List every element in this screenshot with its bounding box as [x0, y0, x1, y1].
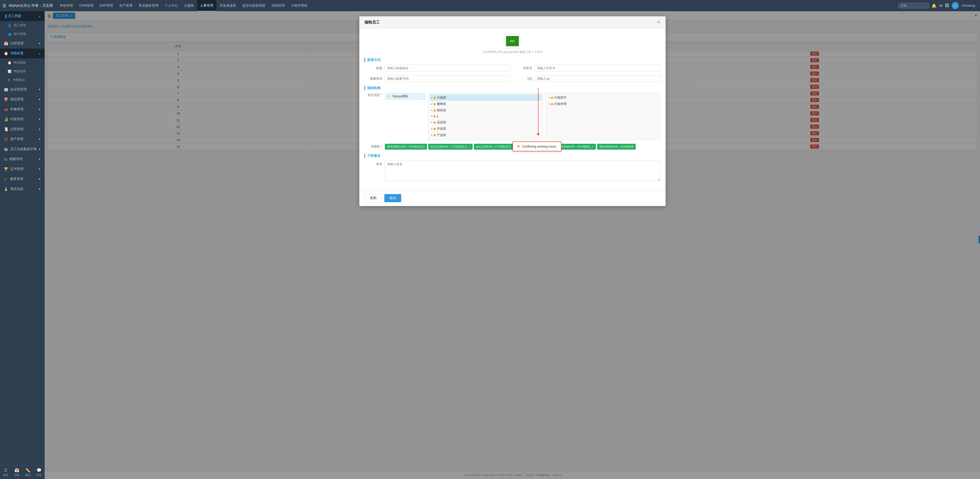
- user-file-icon: 👤: [4, 14, 8, 18]
- forum-bottom-icon: 💬: [33, 468, 45, 473]
- page-body: 在指定行上右键可以进行更多操作。 ↻ 刷新数据 序号 姓名: [45, 21, 980, 471]
- sidebar-item-archive[interactable]: 🗂 档案管理 ▼: [0, 154, 45, 164]
- nav-item-school[interactable]: 学校管理: [57, 0, 76, 11]
- nav-item-monitor[interactable]: 监控与报表系统: [239, 0, 269, 11]
- sidebar-bottom-notes[interactable]: ✏️ 笔记: [22, 466, 34, 479]
- bullet-icon-4: •: [431, 121, 432, 125]
- meeting-arrow-icon: ▼: [38, 88, 41, 91]
- sig-label: 签名: [364, 162, 382, 166]
- sidebar-label-user: 用户管理: [14, 32, 26, 36]
- nav-item-workflow[interactable]: 流程管理: [269, 0, 288, 11]
- sidebar-item-cert[interactable]: 🏆 证书管理 ▼: [0, 164, 45, 174]
- email-input[interactable]: [385, 65, 511, 72]
- sig-input[interactable]: [385, 161, 660, 181]
- sidebar-item-schedule[interactable]: 📅 日程管理 ▼: [0, 38, 45, 48]
- sidebar-item-attendance-report[interactable]: 📊 考勤报表: [0, 67, 45, 76]
- vehicle-arrow-icon: ▼: [38, 108, 41, 111]
- sig-section-title: 个性签名: [364, 153, 660, 158]
- dept-label-0: 行政部: [437, 96, 446, 100]
- org-role-zhushou[interactable]: • 行政助手: [547, 94, 659, 101]
- email-field-row: 邮箱: [364, 65, 511, 72]
- role-dot-0: [551, 97, 553, 99]
- sidebar-item-license[interactable]: 📜 证照管理 ▼: [0, 125, 45, 134]
- org-dept-chanpin[interactable]: • 产品部: [430, 132, 542, 138]
- org-dept-xingzheng[interactable]: • 行政部: [430, 94, 542, 101]
- qq-input[interactable]: [535, 75, 660, 82]
- sidebar-item-appeal[interactable]: 📋 申诉原因: [0, 59, 45, 67]
- schedule-required: *: [381, 145, 382, 148]
- schedule-tag-5[interactable]: 单休A班[09:00～18:30]单休: [597, 144, 636, 150]
- nav-item-hr[interactable]: 人事管理: [197, 0, 216, 11]
- sidebar-item-reward[interactable]: 🏅 奖惩信息 ▼: [0, 184, 45, 194]
- schedule-tag-label-1: 自定义2[09:00～17:00]自定义: [430, 145, 467, 148]
- avatar[interactable]: C: [952, 2, 959, 9]
- attendance-icon: ⏰: [4, 51, 8, 56]
- schedule-tag-1[interactable]: 自定义2[09:00～17:00]自定义 ✓: [428, 144, 473, 150]
- sidebar-item-meeting[interactable]: 🏢 会议室管理 ▼: [0, 85, 45, 94]
- org-dept-dongshi[interactable]: • 董事部: [430, 101, 542, 107]
- sig-row: 签名: [364, 161, 660, 181]
- org-dept-1[interactable]: • 1: [430, 113, 542, 119]
- main-content: 🏠 员工管理 ✕ ▼ 在指定行上右键可以进行更多操作。 ↻ 刷新数据: [45, 11, 980, 479]
- contact-section-title: 联系方式: [364, 58, 660, 62]
- sidebar-bottom-schedule[interactable]: 📅 日程: [11, 466, 22, 479]
- sidebar-label-seal: 印章管理: [10, 117, 24, 121]
- nav-item-erp[interactable]: ERP管理: [97, 0, 116, 11]
- sidebar-item-supplies[interactable]: 📦 用品管理 ▼: [0, 94, 45, 104]
- bullet-icon-6: •: [431, 134, 432, 137]
- mail-icon[interactable]: ✉: [939, 3, 942, 8]
- nav-item-aftersales[interactable]: 售后服务管理: [135, 0, 162, 11]
- meeting-icon: 🏢: [4, 87, 8, 91]
- dot-icon-5: [434, 128, 436, 130]
- phone-input[interactable]: [535, 65, 660, 72]
- sidebar-item-vehicle[interactable]: 🚗 车辆管理 ▼: [0, 104, 45, 114]
- nav-item-miniapp[interactable]: 小程序系统: [288, 0, 310, 11]
- dept-label-5: 开发部: [437, 127, 446, 131]
- img-icon[interactable]: 🖼: [945, 3, 949, 8]
- search-input[interactable]: [898, 3, 929, 8]
- schedule-tag-4[interactable]: 双休[09:00～18:00]双休 ✓: [558, 144, 596, 150]
- sidebar-item-attendance[interactable]: ⏰ 考勤设置 ▲: [0, 48, 45, 59]
- org-dept-kaifa[interactable]: • 开发部: [430, 126, 542, 132]
- nav-item-cloud[interactable]: 云服务: [181, 0, 197, 11]
- sidebar-bottom-home[interactable]: ☰ 首页: [0, 466, 11, 479]
- sidebar-item-user[interactable]: 👥 用户管理: [0, 30, 45, 38]
- contact-form-grid: 邮箱 手机号 家庭电话: [364, 65, 660, 82]
- schedule-tag-label-4: 双休[09:00～18:00]双休: [561, 145, 590, 148]
- org-dept-caiwu[interactable]: • 财务部: [430, 107, 542, 113]
- nav-item-crm[interactable]: CRM管理: [76, 0, 97, 11]
- username: chendong...: [961, 4, 977, 7]
- nav-item-production[interactable]: 生产管理: [116, 0, 135, 11]
- modal-title: 编辑员工: [364, 21, 380, 25]
- photo-box[interactable]: IMG: [505, 34, 520, 49]
- sidebar-item-seal[interactable]: 🔏 印章管理 ▼: [0, 114, 45, 125]
- sidebar-item-dict[interactable]: 📚 员工信息数据字典 ▼: [0, 144, 45, 154]
- menu-icon[interactable]: ☰: [3, 3, 6, 8]
- bell-icon[interactable]: 🔔: [932, 3, 937, 8]
- org-dept-pincai[interactable]: • 品采部: [430, 119, 542, 126]
- schedule-tag-label-5: 单休A班[09:00～18:30]单休: [599, 145, 634, 148]
- sidebar-section-header[interactable]: 👤 员工档案 ▲: [0, 11, 45, 21]
- org-role-jingli[interactable]: • 行政经理: [547, 101, 659, 107]
- sidebar-item-asset[interactable]: 💼 资产管理 ▼: [0, 134, 45, 144]
- sidebar-item-education[interactable]: 🎓 教育背景 ▼: [0, 174, 45, 184]
- sidebar-item-shift[interactable]: 🗓 考勤班次: [0, 76, 45, 85]
- nav-item-personal[interactable]: 个人中心: [162, 0, 181, 11]
- bullet-icon-2: •: [431, 109, 432, 112]
- org-root-selected[interactable]: 📁 Skyeye团队: [385, 93, 426, 100]
- nav-item-dev[interactable]: 开发者桌面: [216, 0, 239, 11]
- notes-bottom-label: 笔记: [25, 473, 30, 476]
- sidebar-bottom-forum[interactable]: 💬 论坛: [33, 466, 45, 479]
- schedule-check-4: ✓: [591, 145, 594, 148]
- modal-close-btn[interactable]: 关闭: [364, 194, 382, 202]
- required-mark: *: [381, 93, 382, 97]
- modal-close-button[interactable]: ✕: [657, 21, 660, 25]
- schedule-tag-2[interactable]: 自定义[08:00～17:00]自定义 ✓: [474, 144, 517, 150]
- asset-icon: 💼: [4, 137, 8, 141]
- sidebar-item-employee[interactable]: 👤 员工管理: [0, 21, 45, 30]
- modal-header: 编辑员工 ✕: [360, 21, 666, 28]
- modal-save-btn[interactable]: 保存: [384, 194, 401, 202]
- sidebar-label-appeal: 申诉原因: [14, 61, 26, 65]
- schedule-tag-0[interactable]: 周末加班[10:00～18:00]自定义: [385, 144, 427, 150]
- home-phone-input[interactable]: [385, 75, 511, 82]
